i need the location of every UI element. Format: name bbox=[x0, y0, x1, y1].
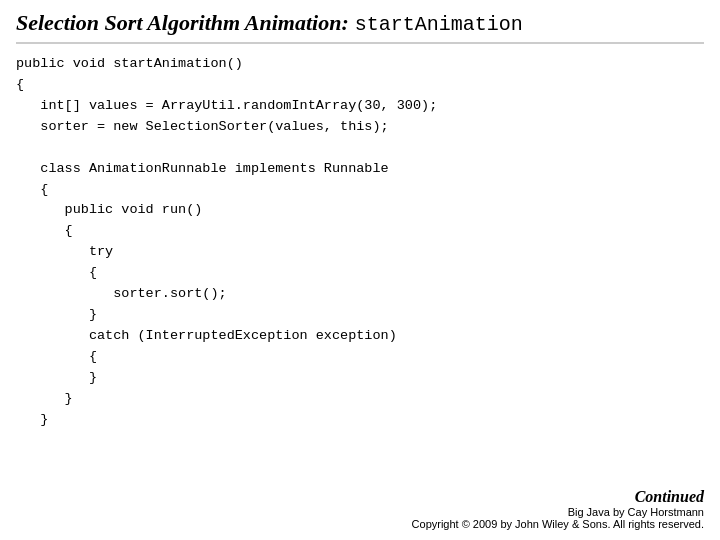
book-label: Big Java by Cay Horstmann bbox=[568, 506, 704, 518]
header-title-serif: Selection Sort Algorithm Animation: bbox=[16, 10, 349, 36]
header-title-mono: startAnimation bbox=[355, 13, 523, 36]
continued-label: Continued bbox=[635, 488, 704, 506]
page-container: Selection Sort Algorithm Animation: star… bbox=[0, 0, 720, 540]
page-header: Selection Sort Algorithm Animation: star… bbox=[16, 10, 704, 44]
page-footer: Continued Big Java by Cay Horstmann Copy… bbox=[16, 482, 704, 530]
copyright-label: Copyright © 2009 by John Wiley & Sons. A… bbox=[412, 518, 704, 530]
code-block: public void startAnimation() { int[] val… bbox=[16, 54, 704, 482]
